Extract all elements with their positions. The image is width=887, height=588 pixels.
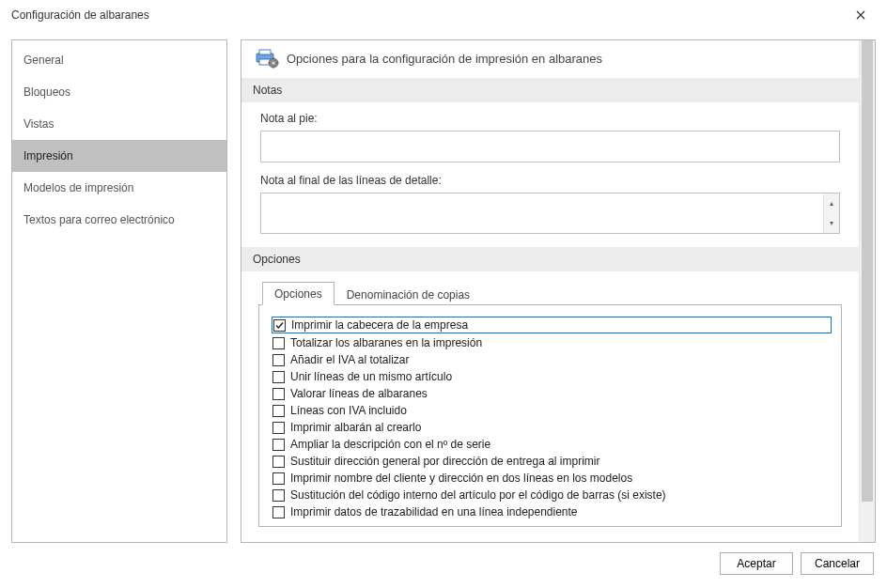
tab-denominacion-copias[interactable]: Denominación de copias xyxy=(335,283,482,305)
checkbox-label: Unir líneas de un mismo artículo xyxy=(290,370,452,383)
checkbox-label: Sustitución del código interno del artíc… xyxy=(290,488,666,502)
checkbox-label: Ampliar la descripción con el nº de seri… xyxy=(290,438,490,451)
checkbox-icon[interactable] xyxy=(272,337,285,349)
checkbox-icon[interactable] xyxy=(272,371,285,383)
accept-button[interactable]: Aceptar xyxy=(720,552,793,575)
label-nota-al-pie: Nota al pie: xyxy=(260,112,840,125)
window-title: Configuración de albaranes xyxy=(11,8,149,22)
tab-panel-opciones: Imprimir la cabecera de la empresa Total… xyxy=(258,305,842,527)
options-body: Opciones Denominación de copias Imprimir… xyxy=(241,271,859,542)
section-header-notas: Notas xyxy=(241,78,859,102)
chevron-up-icon[interactable]: ▴ xyxy=(824,193,839,213)
checkbox-icon[interactable] xyxy=(272,506,285,518)
titlebar: Configuración de albaranes xyxy=(0,0,887,30)
checkbox-label: Imprimir datos de trazabilidad en una lí… xyxy=(290,505,578,518)
checkbox-icon[interactable] xyxy=(273,319,286,332)
checkbox-icon[interactable] xyxy=(272,388,285,400)
panel: Opciones para la configuración de impres… xyxy=(241,39,876,543)
sidebar-item-label: Vistas xyxy=(23,117,54,131)
input-nota-al-pie[interactable] xyxy=(260,131,840,162)
checkbox-row[interactable]: Ampliar la descripción con el nº de seri… xyxy=(272,436,832,453)
checkbox-label: Añadir el IVA al totalizar xyxy=(290,353,410,366)
checkbox-label: Líneas con IVA incluido xyxy=(290,404,407,417)
printer-gear-icon xyxy=(255,48,277,69)
checkbox-label: Totalizar los albaranes en la impresión xyxy=(290,336,482,349)
sidebar: General Bloqueos Vistas Impresión Modelo… xyxy=(11,39,227,543)
sidebar-item-label: Impresión xyxy=(23,149,73,162)
checkbox-row[interactable]: Imprimir albarán al crearlo xyxy=(272,419,832,436)
checkbox-label: Valorar líneas de albaranes xyxy=(290,387,428,400)
cancel-button[interactable]: Cancelar xyxy=(801,552,874,575)
checkbox-icon[interactable] xyxy=(272,439,285,451)
tab-label: Opciones xyxy=(274,287,322,301)
sidebar-item-label: General xyxy=(23,54,64,67)
label-nota-detalle: Nota al final de las líneas de detalle: xyxy=(260,174,840,187)
svg-point-4 xyxy=(272,61,274,64)
sidebar-item-textos-correo[interactable]: Textos para correo electrónico xyxy=(12,204,226,236)
dialog-footer: Aceptar Cancelar xyxy=(0,549,887,588)
sidebar-item-label: Modelos de impresión xyxy=(23,181,133,194)
checkbox-icon[interactable] xyxy=(272,456,285,468)
checkbox-label: Imprimir albarán al crearlo xyxy=(290,421,421,434)
panel-header: Opciones para la configuración de impres… xyxy=(241,46,859,78)
sidebar-item-general[interactable]: General xyxy=(12,44,226,76)
notes-body: Nota al pie: Nota al final de las líneas… xyxy=(241,102,859,247)
checkbox-row[interactable]: Imprimir la cabecera de la empresa xyxy=(272,317,832,333)
section-header-opciones: Opciones xyxy=(241,247,859,271)
checkbox-row[interactable]: Totalizar los albaranes en la impresión xyxy=(272,334,832,351)
sidebar-item-vistas[interactable]: Vistas xyxy=(12,108,226,140)
checkbox-icon[interactable] xyxy=(272,422,285,434)
checkbox-icon[interactable] xyxy=(272,405,285,417)
sidebar-item-label: Bloqueos xyxy=(23,85,70,99)
tab-label: Denominación de copias xyxy=(347,288,470,302)
checkbox-label: Imprimir nombre del cliente y dirección … xyxy=(290,472,632,485)
panel-scrollbar[interactable] xyxy=(859,40,875,542)
panel-inner: Opciones para la configuración de impres… xyxy=(241,40,859,542)
checkbox-row[interactable]: Valorar líneas de albaranes xyxy=(272,385,832,402)
sidebar-item-label: Textos para correo electrónico xyxy=(23,213,175,226)
sidebar-item-impresion[interactable]: Impresión xyxy=(12,140,226,172)
checkbox-icon[interactable] xyxy=(272,472,285,485)
content-area: General Bloqueos Vistas Impresión Modelo… xyxy=(0,30,887,549)
checkbox-row[interactable]: Añadir el IVA al totalizar xyxy=(272,351,832,368)
panel-title: Opciones para la configuración de impres… xyxy=(287,52,602,66)
textarea-content[interactable] xyxy=(261,193,823,233)
checkbox-label: Sustituir dirección general por direcció… xyxy=(290,455,599,468)
checkbox-row[interactable]: Líneas con IVA incluido xyxy=(272,402,832,419)
checkbox-label: Imprimir la cabecera de la empresa xyxy=(291,318,468,332)
close-button[interactable] xyxy=(842,2,879,28)
checkbox-row[interactable]: Sustituir dirección general por direcció… xyxy=(272,453,832,470)
scrollbar-thumb[interactable] xyxy=(862,40,873,502)
checkbox-row[interactable]: Imprimir nombre del cliente y dirección … xyxy=(272,470,832,487)
checkbox-icon[interactable] xyxy=(272,354,285,366)
textarea-scroll[interactable]: ▴ ▾ xyxy=(823,193,839,233)
checkbox-row[interactable]: Unir líneas de un mismo artículo xyxy=(272,368,832,385)
checkbox-row[interactable]: Sustitución del código interno del artíc… xyxy=(272,487,832,503)
chevron-down-icon[interactable]: ▾ xyxy=(824,213,839,233)
sidebar-item-modelos[interactable]: Modelos de impresión xyxy=(12,172,226,204)
checkbox-row[interactable]: Imprimir datos de trazabilidad en una lí… xyxy=(272,503,832,520)
checkbox-icon[interactable] xyxy=(272,489,285,502)
svg-rect-1 xyxy=(259,50,271,54)
input-nota-detalle[interactable]: ▴ ▾ xyxy=(260,193,840,234)
sidebar-item-bloqueos[interactable]: Bloqueos xyxy=(12,76,226,108)
tabstrip: Opciones Denominación de copias xyxy=(258,281,842,305)
tab-opciones[interactable]: Opciones xyxy=(262,282,335,305)
